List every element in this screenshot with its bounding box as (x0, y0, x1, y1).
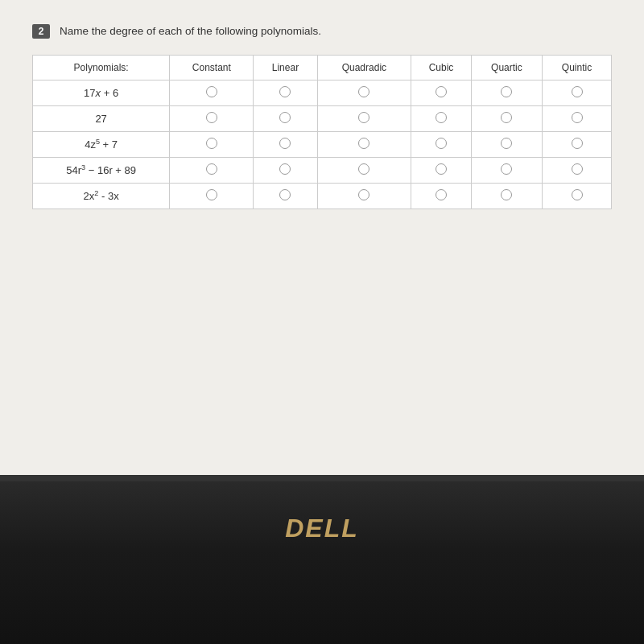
screen-bottom-bar (0, 475, 644, 481)
header-constant: Constant (170, 56, 254, 80)
radio-quadradic-3[interactable] (358, 138, 369, 149)
table-row: 2x2 - 3x (33, 184, 612, 209)
question-text: Name the degree of each of the following… (60, 24, 321, 37)
radio-constant-5[interactable] (206, 189, 217, 200)
table-row: 54r3 − 16r + 89 (33, 158, 612, 184)
header-quintic: Quintic (543, 56, 612, 80)
radio-constant-2[interactable] (206, 112, 217, 123)
header-quartic: Quartic (471, 56, 542, 80)
header-quadradic: Quadradic (317, 56, 411, 80)
radio-cell (411, 80, 472, 106)
header-cubic: Cubic (411, 56, 472, 80)
radio-quintic-2[interactable] (572, 112, 583, 123)
table-row: 27 (33, 106, 612, 132)
header-linear: Linear (254, 56, 317, 80)
radio-linear-3[interactable] (279, 138, 291, 149)
radio-linear-4[interactable] (279, 163, 291, 175)
radio-quartic-4[interactable] (501, 163, 512, 175)
radio-cubic-2[interactable] (436, 112, 447, 123)
header-polynomials: Polynomials: (33, 56, 170, 80)
radio-linear-5[interactable] (279, 189, 291, 200)
radio-linear-2[interactable] (279, 112, 291, 123)
radio-cell (471, 80, 542, 106)
radio-quartic-1[interactable] (501, 86, 512, 97)
polynomial-3: 4z5 + 7 (33, 132, 170, 158)
radio-cell (254, 80, 317, 106)
radio-constant-1[interactable] (206, 86, 217, 97)
question-header: 2 Name the degree of each of the followi… (32, 24, 612, 39)
radio-quintic-1[interactable] (572, 86, 583, 97)
table-row: 17x + 6 (33, 80, 612, 106)
radio-cubic-1[interactable] (436, 86, 447, 97)
radio-cell (170, 80, 254, 106)
polynomial-5: 2x2 - 3x (33, 184, 170, 209)
monitor-base: DELL (0, 481, 644, 644)
polynomial-1: 17x + 6 (33, 80, 170, 106)
radio-cubic-4[interactable] (436, 163, 447, 175)
radio-quartic-2[interactable] (501, 112, 512, 123)
radio-quintic-3[interactable] (572, 138, 583, 149)
polynomial-table: Polynomials: Constant Linear Quadradic C… (32, 55, 612, 209)
radio-constant-4[interactable] (206, 163, 217, 175)
radio-quadradic-1[interactable] (358, 86, 369, 97)
question-number: 2 (32, 24, 50, 39)
table-row: 4z5 + 7 (33, 132, 612, 158)
polynomial-4: 54r3 − 16r + 89 (33, 158, 170, 184)
radio-quadradic-2[interactable] (358, 112, 369, 123)
screen-area: 2 Name the degree of each of the followi… (0, 0, 644, 475)
radio-cubic-5[interactable] (436, 189, 447, 200)
radio-quartic-5[interactable] (501, 189, 512, 200)
radio-quadradic-4[interactable] (358, 163, 369, 175)
polynomial-2: 27 (33, 106, 170, 132)
radio-cell (317, 80, 411, 106)
radio-constant-3[interactable] (206, 138, 217, 149)
radio-quintic-4[interactable] (572, 163, 583, 175)
radio-quadradic-5[interactable] (358, 189, 369, 200)
radio-quartic-3[interactable] (501, 138, 512, 149)
table-header-row: Polynomials: Constant Linear Quadradic C… (33, 56, 612, 80)
radio-cell (543, 80, 612, 106)
radio-linear-1[interactable] (279, 86, 291, 97)
radio-quintic-5[interactable] (572, 189, 583, 200)
radio-cubic-3[interactable] (436, 138, 447, 149)
dell-logo: DELL (285, 514, 359, 543)
